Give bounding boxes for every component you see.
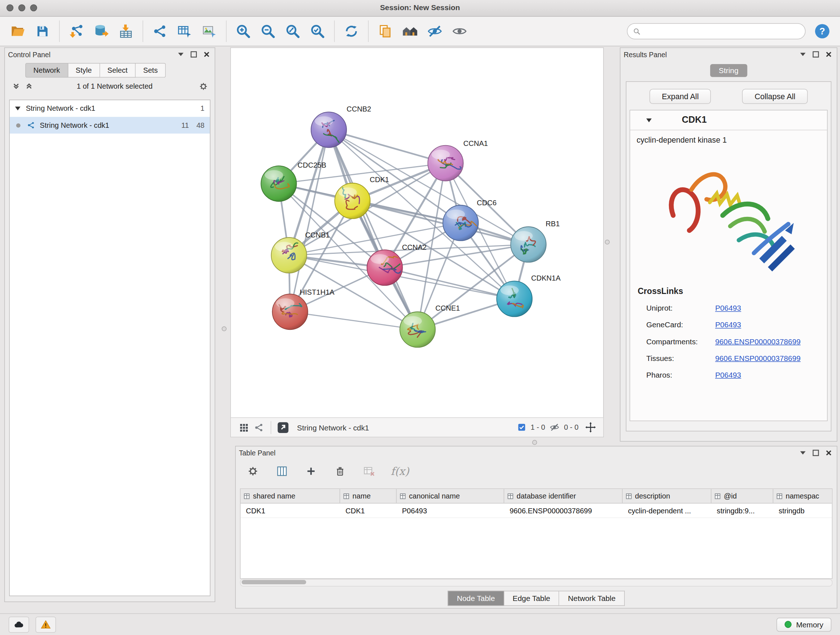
zoom-in-button[interactable] [231,19,256,43]
zoom-out-button[interactable] [256,19,280,43]
memory-button[interactable]: Memory [777,617,831,631]
float-panel-icon[interactable] [798,448,808,458]
maximize-panel-icon[interactable] [811,448,821,458]
detach-view-button[interactable] [276,420,291,435]
search-input[interactable] [644,27,800,36]
column-type-icon [343,493,349,499]
column-header-shared-name[interactable]: shared name [240,489,340,503]
network-node-ccna1[interactable] [428,146,463,181]
splitter-handle[interactable] [605,240,609,244]
import-network-file-button[interactable] [64,19,88,43]
column-header-database-identifier[interactable]: database identifier [504,489,622,503]
tab-network[interactable]: Network [25,63,68,78]
column-header-description[interactable]: description [622,489,711,503]
network-edge-count: 48 [196,121,204,129]
zoom-fit-button[interactable] [280,19,305,43]
network-node-ccnb1[interactable] [271,238,307,273]
network-node-cdk1[interactable] [335,183,370,219]
crosslink-label: GeneCard: [646,320,715,329]
table-horizontal-scrollbar[interactable] [240,579,832,586]
tab-edge-table[interactable]: Edge Table [504,591,559,606]
float-panel-icon[interactable] [176,50,186,59]
crosslink-row: Uniprot:P06493 [630,299,827,316]
export-image-button[interactable] [197,19,221,43]
crosslink-value-link[interactable]: P06493 [715,371,741,379]
delete-column-button[interactable] [332,464,347,479]
close-panel-icon[interactable] [202,50,212,59]
collapse-all-icon[interactable] [11,81,21,91]
crosslink-value-link[interactable]: P06493 [715,320,741,329]
table-settings-button[interactable] [245,464,261,479]
new-network-button[interactable] [148,19,172,43]
gear-icon[interactable] [199,81,208,91]
function-builder-button[interactable]: f(x) [391,465,409,478]
expand-all-button[interactable]: Expand All [649,89,711,104]
create-column-button[interactable] [303,464,319,479]
homes-icon [401,22,419,40]
float-panel-icon[interactable] [798,50,808,59]
node-label: RB1 [546,220,560,228]
cloud-button[interactable] [9,616,29,632]
close-panel-icon[interactable] [824,50,834,59]
import-network-database-button[interactable] [88,19,113,43]
network-node-cdkn1a[interactable] [497,281,532,317]
network-node-cdc25b[interactable] [261,166,296,201]
network-node-ccna2[interactable] [367,250,402,285]
show-all-button[interactable] [447,19,472,43]
crosslink-value-link[interactable]: 9606.ENSP00000378699 [715,354,801,363]
scrollbar-thumb[interactable] [242,580,306,584]
home-button[interactable] [398,19,422,43]
network-node-rb1[interactable] [511,226,546,262]
search-field[interactable] [627,23,806,40]
warnings-button[interactable] [35,616,56,632]
network-overview-icon[interactable] [251,420,267,435]
node-label: CDC25B [298,161,326,169]
maximize-panel-icon[interactable] [811,50,821,59]
disclosure-triangle-icon[interactable] [646,119,652,122]
import-table-icon [118,23,134,40]
tab-sets[interactable]: Sets [136,63,166,78]
network-node-hist1h1a[interactable] [272,294,308,329]
network-node-ccnb2[interactable] [311,112,347,147]
gene-entry-header[interactable]: CDK1 [630,111,827,130]
save-session-button[interactable] [30,19,55,43]
tab-node-table[interactable]: Node Table [448,591,504,606]
hide-selected-button[interactable] [423,19,447,43]
close-panel-icon[interactable] [824,448,834,458]
fit-content-button[interactable] [583,420,598,435]
tab-string[interactable]: String [710,64,747,77]
column-header-id[interactable]: @id [711,489,773,503]
crosslink-row: Pharos:P06493 [630,366,827,383]
tab-style[interactable]: Style [68,63,100,78]
open-session-button[interactable] [5,19,30,43]
crosslink-value-link[interactable]: 9606.ENSP00000378699 [715,337,801,345]
zoom-selected-button[interactable] [305,19,330,43]
table-cell: CDK1 [340,504,396,518]
tab-select[interactable]: Select [100,63,136,78]
maximize-panel-icon[interactable] [189,50,199,59]
network-view-footer: String Network - cdk1 1 - 0 0 - 0 [231,417,603,437]
table-row[interactable]: CDK1CDK1P064939606.ENSP00000378699cyclin… [240,504,832,518]
splitter-handle[interactable] [222,326,226,331]
column-header-name[interactable]: name [340,489,396,503]
show-columns-button[interactable] [275,464,290,479]
network-row[interactable]: String Network - cdk1 11 48 [10,117,210,134]
snapshot-button[interactable] [373,19,398,43]
collapse-all-button[interactable]: Collapse All [742,89,808,104]
import-table-button[interactable] [114,19,138,43]
expand-all-icon[interactable] [24,81,34,91]
tab-network-table[interactable]: Network Table [559,591,625,606]
network-canvas[interactable]: CCNB2CCNA1CDC25BCDK1CDC6RB1CCNB1CCNA2CDK… [231,48,603,417]
column-header-namespac[interactable]: namespac [774,489,833,503]
help-button[interactable]: ? [810,19,835,43]
network-node-ccne1[interactable] [400,312,435,347]
refresh-layout-button[interactable] [339,19,363,43]
disclosure-triangle-icon[interactable] [15,107,21,111]
grid-view-icon[interactable] [236,420,251,435]
column-header-canonical-name[interactable]: canonical name [396,489,504,503]
network-collection-row[interactable]: String Network - cdk1 1 [10,100,210,117]
network-from-table-button[interactable] [172,19,197,43]
crosslink-value-link[interactable]: P06493 [715,303,741,312]
splitter-handle[interactable] [532,440,537,445]
network-node-cdc6[interactable] [443,205,478,241]
